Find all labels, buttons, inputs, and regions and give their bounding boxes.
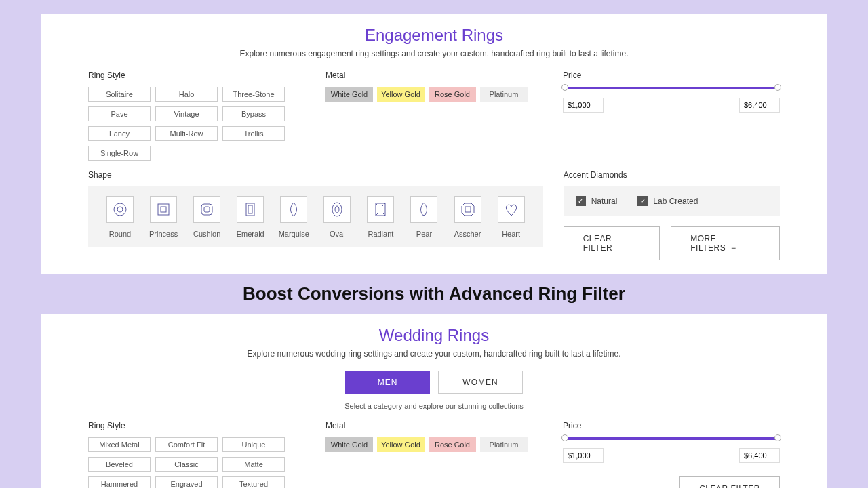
- style-chip[interactable]: Comfort Fit: [155, 437, 218, 452]
- metal-chip[interactable]: White Gold: [326, 87, 373, 102]
- gender-women-button[interactable]: WOMEN: [438, 371, 523, 394]
- round-shape-icon: [106, 196, 134, 223]
- shape-item[interactable]: Asscher: [448, 196, 488, 238]
- metal-col: Metal White GoldYellow GoldRose GoldPlat…: [326, 70, 542, 161]
- shape-name: Oval: [330, 230, 345, 238]
- price-slider[interactable]: [564, 87, 778, 89]
- style-chip[interactable]: Pave: [88, 106, 151, 121]
- svg-rect-4: [201, 204, 212, 215]
- shape-label: Shape: [88, 170, 543, 180]
- page-subtitle: Explore numerous engagement ring setting…: [88, 49, 780, 58]
- metal-chip[interactable]: Yellow Gold: [377, 87, 425, 102]
- price-handle-min[interactable]: [561, 84, 568, 91]
- metal-chip[interactable]: White Gold: [326, 437, 373, 452]
- svg-rect-7: [248, 205, 252, 214]
- style-chip[interactable]: Trellis: [222, 126, 285, 141]
- metal-chip[interactable]: Rose Gold: [429, 87, 476, 102]
- svg-point-9: [335, 206, 339, 213]
- shape-item[interactable]: Heart: [492, 196, 531, 238]
- price-col: Price CLEAR FILTER: [563, 421, 780, 488]
- filter-row-top: Ring Style SolitaireHaloThree-StonePaveV…: [88, 70, 780, 161]
- shape-item[interactable]: Cushion: [187, 196, 226, 238]
- svg-rect-5: [204, 207, 210, 212]
- accent-label: Accent Diamonds: [564, 170, 780, 180]
- shape-name: Pear: [416, 230, 432, 238]
- style-chip[interactable]: Bypass: [222, 106, 285, 121]
- ring-style-grid: Mixed MetalComfort FitUniqueBeveledClass…: [88, 437, 305, 488]
- filter-row-bottom: Shape RoundPrincessCushionEmeraldMarquis…: [88, 170, 780, 260]
- engagement-panel: Engagement Rings Explore numerous engage…: [41, 14, 827, 274]
- princess-shape-icon: [150, 196, 177, 223]
- price-handle-max[interactable]: [774, 84, 781, 91]
- style-chip[interactable]: Textured: [222, 476, 285, 488]
- style-chip[interactable]: Classic: [155, 457, 218, 472]
- wedding-panel: Wedding Rings Explore numerous wedding r…: [41, 314, 827, 488]
- price-max-input[interactable]: [739, 448, 780, 463]
- category-note: Select a category and explore our stunni…: [88, 402, 780, 410]
- shape-name: Cushion: [193, 230, 220, 238]
- oval-shape-icon: [323, 196, 351, 223]
- price-slider[interactable]: [564, 437, 778, 440]
- price-col: Price: [563, 70, 780, 161]
- shape-item[interactable]: Pear: [404, 196, 443, 238]
- style-chip[interactable]: Engraved: [155, 476, 218, 488]
- style-chip[interactable]: Vintage: [155, 106, 218, 121]
- page-title: Wedding Rings: [88, 326, 780, 345]
- metal-chip[interactable]: Yellow Gold: [377, 437, 425, 452]
- shape-name: Emerald: [237, 230, 264, 238]
- accent-natural-label: Natural: [591, 197, 618, 206]
- accent-col: Accent Diamonds ✓ Natural ✓ Lab Created …: [564, 170, 780, 260]
- style-chip[interactable]: Solitaire: [88, 87, 151, 102]
- metal-label: Metal: [326, 70, 542, 80]
- shape-item[interactable]: Round: [100, 196, 140, 238]
- shape-item[interactable]: Radiant: [361, 196, 400, 238]
- action-row: CLEAR FILTER MORE FILTERS −: [564, 226, 780, 260]
- price-max-input[interactable]: [739, 98, 780, 113]
- price-label: Price: [563, 70, 780, 80]
- shape-name: Princess: [149, 230, 178, 238]
- price-min-input[interactable]: [563, 448, 604, 463]
- style-chip[interactable]: Beveled: [88, 457, 151, 472]
- style-chip[interactable]: Multi-Row: [155, 126, 218, 141]
- style-chip[interactable]: Three-Stone: [222, 87, 285, 102]
- price-handle-max[interactable]: [774, 434, 781, 441]
- shape-item[interactable]: Marquise: [274, 196, 313, 238]
- heart-shape-icon: [498, 196, 525, 223]
- price-inputs: [563, 98, 780, 113]
- accent-box: ✓ Natural ✓ Lab Created: [564, 186, 780, 216]
- shape-name: Heart: [502, 230, 520, 238]
- clear-filter-button[interactable]: CLEAR FILTER: [564, 226, 660, 260]
- style-chip[interactable]: Matte: [222, 457, 285, 472]
- price-handle-min[interactable]: [561, 434, 568, 441]
- shape-col: Shape RoundPrincessCushionEmeraldMarquis…: [88, 170, 543, 260]
- shape-name: Radiant: [368, 230, 393, 238]
- style-chip[interactable]: Hammered: [88, 476, 151, 488]
- metal-chip[interactable]: Platinum: [480, 437, 528, 452]
- metal-chip[interactable]: Platinum: [480, 87, 528, 102]
- style-chip[interactable]: Fancy: [88, 126, 151, 141]
- more-filters-button[interactable]: MORE FILTERS −: [671, 226, 780, 260]
- marquise-shape-icon: [280, 196, 307, 223]
- marketing-caption: Boost Conversions with Advanced Ring Fil…: [41, 283, 827, 304]
- price-label: Price: [563, 421, 780, 430]
- style-chip[interactable]: Halo: [155, 87, 218, 102]
- radiant-shape-icon: [367, 196, 394, 223]
- gender-row: MEN WOMEN: [88, 371, 780, 394]
- shape-item[interactable]: Emerald: [231, 196, 270, 238]
- style-chip[interactable]: Single-Row: [88, 146, 151, 161]
- price-min-input[interactable]: [563, 98, 604, 113]
- gender-men-button[interactable]: MEN: [345, 371, 430, 394]
- ring-style-col: Ring Style Mixed MetalComfort FitUniqueB…: [88, 421, 305, 488]
- accent-natural-checkbox[interactable]: ✓ Natural: [576, 196, 618, 206]
- metal-chip[interactable]: Rose Gold: [429, 437, 476, 452]
- style-chip[interactable]: Unique: [222, 437, 285, 452]
- clear-filter-button[interactable]: CLEAR FILTER: [679, 476, 780, 488]
- price-inputs: [563, 448, 780, 463]
- shape-item[interactable]: Oval: [317, 196, 357, 238]
- page-subtitle: Explore numerous wedding ring settings a…: [88, 349, 780, 359]
- accent-lab-checkbox[interactable]: ✓ Lab Created: [637, 196, 698, 206]
- shape-item[interactable]: Princess: [144, 196, 183, 238]
- metal-label: Metal: [326, 421, 542, 430]
- metal-col: Metal White GoldYellow GoldRose GoldPlat…: [326, 421, 542, 488]
- style-chip[interactable]: Mixed Metal: [88, 437, 151, 452]
